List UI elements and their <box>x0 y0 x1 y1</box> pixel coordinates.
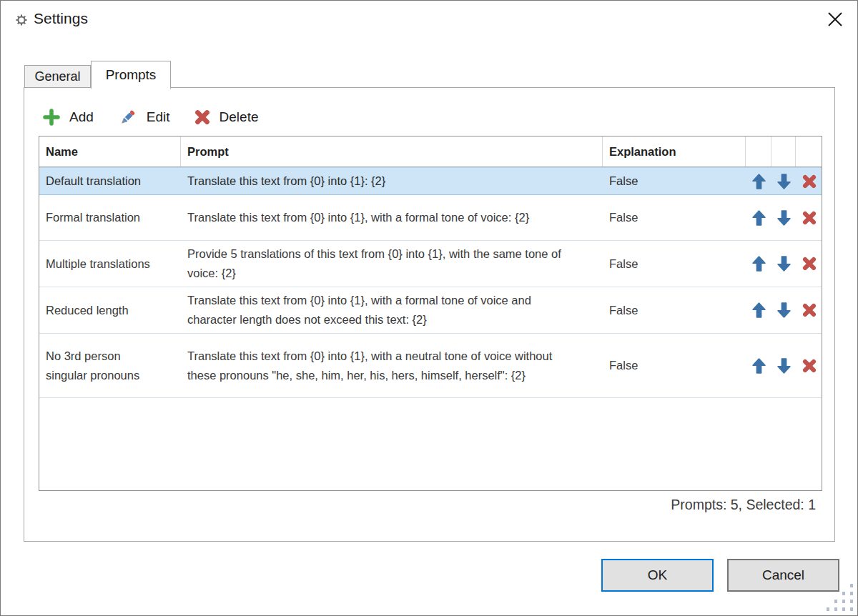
column-header-explanation[interactable]: Explanation <box>603 136 746 167</box>
move-up-icon <box>751 358 766 374</box>
table-body: Default translation Translate this text … <box>39 167 822 490</box>
add-label: Add <box>69 109 94 125</box>
edit-button[interactable]: Edit <box>118 108 170 127</box>
move-up-button[interactable] <box>746 334 771 397</box>
table-row[interactable]: Multiple translations Provide 5 translat… <box>39 241 822 287</box>
move-down-button[interactable] <box>771 241 796 287</box>
explanation-cell: False <box>603 168 746 194</box>
move-down-button[interactable] <box>771 168 796 194</box>
prompt-name-cell: Formal translation <box>39 195 181 240</box>
column-header-prompt[interactable]: Prompt <box>181 136 603 167</box>
delete-x-icon <box>802 359 817 373</box>
table-row[interactable]: Reduced length Translate this text from … <box>39 287 822 334</box>
prompt-name-cell: No 3rd person singular pronouns <box>39 334 181 397</box>
title-bar: Settings <box>1 1 857 41</box>
delete-x-icon <box>802 303 817 317</box>
delete-button[interactable]: Delete <box>194 109 259 125</box>
table-row[interactable]: Formal translation Translate this text f… <box>39 195 822 241</box>
ok-button[interactable]: OK <box>601 559 714 592</box>
window-title: Settings <box>34 10 88 27</box>
move-up-button[interactable] <box>746 287 771 333</box>
settings-dialog: Settings General Prompts Add <box>0 0 858 616</box>
move-up-icon <box>751 174 766 189</box>
gear-icon <box>16 14 27 26</box>
move-down-icon <box>776 256 792 272</box>
column-header-up <box>746 136 771 167</box>
prompt-text-cell: Translate this text from {0} into {1}, w… <box>181 195 603 240</box>
move-down-icon <box>776 302 792 318</box>
column-header-delete <box>796 136 822 167</box>
delete-label: Delete <box>220 109 259 125</box>
tab-general-label: General <box>34 69 80 84</box>
table-row[interactable]: No 3rd person singular pronouns Translat… <box>39 334 822 398</box>
move-up-icon <box>751 302 766 318</box>
delete-row-button[interactable] <box>796 241 822 287</box>
tab-prompts[interactable]: Prompts <box>91 61 171 89</box>
move-down-button[interactable] <box>771 287 796 333</box>
column-header-name[interactable]: Name <box>39 136 181 167</box>
table-row[interactable]: Default translation Translate this text … <box>39 167 822 195</box>
move-up-icon <box>751 210 766 226</box>
explanation-cell: False <box>603 195 746 240</box>
prompts-tab-panel: Add Edit Delete <box>24 87 835 542</box>
table-header: Name Prompt Explanation <box>39 136 822 167</box>
add-button[interactable]: Add <box>43 109 94 126</box>
prompt-name-cell: Default translation <box>39 168 181 194</box>
move-up-button[interactable] <box>746 241 771 287</box>
move-down-icon <box>776 210 792 226</box>
move-up-icon <box>751 256 766 272</box>
status-text: Prompts: 5, Selected: 1 <box>671 497 816 513</box>
plus-icon <box>43 109 60 126</box>
cancel-label: Cancel <box>762 567 804 583</box>
tab-prompts-label: Prompts <box>106 67 157 83</box>
delete-row-button[interactable] <box>796 334 822 397</box>
explanation-cell: False <box>603 334 746 397</box>
prompt-text-cell: Provide 5 translations of this text from… <box>181 241 603 287</box>
delete-row-button[interactable] <box>796 287 822 333</box>
delete-row-button[interactable] <box>796 195 822 240</box>
prompt-name-cell: Reduced length <box>39 287 181 333</box>
move-down-button[interactable] <box>771 195 796 240</box>
toolbar: Add Edit Delete <box>43 105 258 129</box>
move-down-icon <box>776 358 792 374</box>
delete-x-icon <box>802 211 817 225</box>
cancel-button[interactable]: Cancel <box>727 559 839 592</box>
prompt-text-cell: Translate this text from {0} into {1}, w… <box>181 334 603 397</box>
ok-label: OK <box>648 567 667 583</box>
delete-row-button[interactable] <box>796 168 822 194</box>
delete-x-icon <box>802 257 817 271</box>
resize-grip-icon[interactable] <box>824 582 853 611</box>
move-down-icon <box>776 174 792 189</box>
edit-label: Edit <box>147 109 170 125</box>
tab-general[interactable]: General <box>24 65 91 88</box>
prompt-name-cell: Multiple translations <box>39 241 181 287</box>
prompts-table: Name Prompt Explanation Default translat… <box>39 136 822 491</box>
explanation-cell: False <box>603 287 746 333</box>
move-up-button[interactable] <box>746 168 771 194</box>
close-icon[interactable] <box>826 10 844 29</box>
explanation-cell: False <box>603 241 746 287</box>
delete-x-icon <box>802 174 817 189</box>
move-down-button[interactable] <box>771 334 796 397</box>
table-empty-area <box>39 398 822 490</box>
prompt-text-cell: Translate this text from {0} into {1}: {… <box>181 168 603 194</box>
delete-x-icon <box>194 109 210 125</box>
column-header-down <box>771 136 796 167</box>
move-up-button[interactable] <box>746 195 771 240</box>
pencil-icon <box>118 108 137 127</box>
prompt-text-cell: Translate this text from {0} into {1}, w… <box>181 287 603 333</box>
